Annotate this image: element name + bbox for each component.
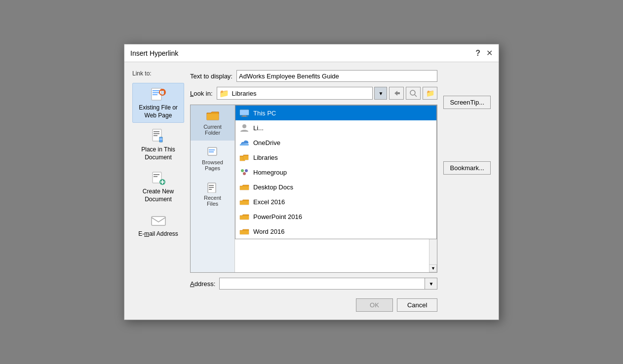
shortcut-browsed-pages[interactable]: BrowsedPages xyxy=(191,141,234,176)
libraries-icon xyxy=(239,152,249,162)
sidebar-item-label-email: E-mail Address xyxy=(138,230,178,238)
create-new-icon xyxy=(151,170,166,186)
right-buttons-column: ScreenTip... Bookmark... xyxy=(443,70,491,312)
sidebar-item-existing-file[interactable]: Existing File orWeb Page xyxy=(132,83,184,123)
title-bar-left: Insert Hyperlink xyxy=(130,49,178,57)
onedrive-icon xyxy=(239,138,249,147)
dropdown-item-ppt-2016[interactable]: PowerPoint 2016 xyxy=(235,209,436,224)
text-display-label: Text to display: xyxy=(190,73,233,80)
shortcut-label-current: CurrentFolder xyxy=(203,124,222,136)
svg-rect-26 xyxy=(241,116,248,117)
place-in-doc-icon xyxy=(151,128,166,144)
lookin-row: Look in: 📁 Libraries ▼ xyxy=(190,87,437,100)
sidebar-item-email[interactable]: E-mail Address xyxy=(132,209,184,242)
bookmark-button[interactable]: Bookmark... xyxy=(443,161,491,175)
new-folder-button[interactable]: 📁 xyxy=(423,87,437,100)
lookin-dropdown-button[interactable]: ▼ xyxy=(374,87,387,100)
dialog-body: Link to: Existing File orWeb Page xyxy=(124,62,499,320)
address-input[interactable] xyxy=(219,278,425,290)
dropdown-item-label-word-2016: Word 2016 xyxy=(253,228,284,235)
svg-point-32 xyxy=(241,169,244,172)
svg-line-15 xyxy=(415,95,417,97)
svg-point-27 xyxy=(242,124,246,128)
svg-rect-7 xyxy=(154,133,159,134)
dropdown-item-this-pc[interactable]: This PC xyxy=(235,106,436,120)
file-list-panel: This PC Li... xyxy=(235,105,437,272)
svg-rect-11 xyxy=(154,176,157,177)
address-row: Address: ▼ xyxy=(190,278,437,290)
cancel-button[interactable]: Cancel xyxy=(397,298,437,312)
help-button[interactable]: ? xyxy=(475,49,480,58)
text-display-row: Text to display: AdWorks Employee Benefi… xyxy=(190,70,437,82)
sidebar-item-place-in-doc[interactable]: Place in ThisDocument xyxy=(132,125,184,165)
sidebar-item-create-new[interactable]: Create NewDocument xyxy=(132,167,184,207)
bottom-buttons: OK Cancel xyxy=(190,294,437,312)
dropdown-item-libraries[interactable]: Libraries xyxy=(235,150,436,165)
excel-2016-icon xyxy=(239,197,249,207)
title-bar-controls: ? ✕ xyxy=(475,48,493,58)
svg-rect-25 xyxy=(242,115,246,116)
desktop-docs-icon xyxy=(239,182,249,192)
dropdown-item-excel-2016[interactable]: Excel 2016 xyxy=(235,194,436,209)
svg-point-33 xyxy=(245,169,248,172)
lookin-display[interactable]: 📁 Libraries xyxy=(217,87,373,100)
shortcut-current-folder[interactable]: CurrentFolder xyxy=(191,105,234,141)
lookin-folder-icon: 📁 xyxy=(219,89,229,98)
dropdown-item-label-desktop-docs: Desktop Docs xyxy=(253,183,293,191)
scroll-down-button[interactable]: ▼ xyxy=(429,264,437,272)
svg-rect-13 xyxy=(152,217,165,225)
existing-file-icon xyxy=(151,86,166,102)
svg-rect-8 xyxy=(154,135,157,136)
svg-rect-3 xyxy=(153,94,157,95)
new-folder-icon: 📁 xyxy=(426,89,434,97)
dropdown-item-label-excel-2016: Excel 2016 xyxy=(253,198,285,206)
close-button[interactable]: ✕ xyxy=(486,48,493,58)
dropdown-item-word-2016[interactable]: Word 2016 xyxy=(235,224,436,239)
address-dropdown-button[interactable]: ▼ xyxy=(425,278,437,290)
dropdown-item-desktop-docs[interactable]: Desktop Docs xyxy=(235,180,436,194)
word-2016-icon xyxy=(239,226,249,236)
ppt-2016-icon xyxy=(239,212,249,221)
back-button[interactable] xyxy=(389,87,404,100)
shortcut-label-recent: RecentFiles xyxy=(204,195,221,207)
lookin-dropdown-arrow: ▼ xyxy=(378,91,383,96)
address-wrapper: ▼ xyxy=(219,278,437,290)
sidebar: Link to: Existing File orWeb Page xyxy=(132,70,184,312)
dropdown-item-label-homegroup: Homegroup xyxy=(253,169,287,176)
svg-rect-24 xyxy=(240,110,249,115)
svg-rect-20 xyxy=(209,185,214,186)
text-display-input[interactable]: AdWorks Employee Benefits Guide xyxy=(236,70,437,82)
dropdown-item-label-libraries2: Li... xyxy=(253,124,264,132)
email-icon xyxy=(151,213,166,228)
screentip-button[interactable]: ScreenTip... xyxy=(443,96,491,109)
svg-point-14 xyxy=(410,90,415,95)
main-content: Text to display: AdWorks Employee Benefi… xyxy=(190,70,437,312)
dropdown-item-libraries2[interactable]: Li... xyxy=(235,120,436,135)
dropdown-item-label-ppt-2016: PowerPoint 2016 xyxy=(253,213,302,220)
insert-hyperlink-dialog: Insert Hyperlink ? ✕ Link to: xyxy=(124,44,499,320)
dropdown-item-homegroup[interactable]: Homegroup xyxy=(235,165,436,180)
svg-rect-2 xyxy=(153,92,159,93)
dropdown-item-label-libraries: Libraries xyxy=(253,154,278,161)
dropdown-item-onedrive[interactable]: OneDrive xyxy=(235,135,436,150)
dialog-title: Insert Hyperlink xyxy=(130,49,178,57)
svg-rect-17 xyxy=(209,149,215,150)
sidebar-item-label-existing: Existing File orWeb Page xyxy=(139,104,178,119)
sidebar-item-label-create: Create NewDocument xyxy=(143,188,174,203)
svg-rect-6 xyxy=(154,131,159,132)
svg-rect-31 xyxy=(243,156,248,160)
link-to-label: Link to: xyxy=(132,70,152,77)
svg-rect-10 xyxy=(154,174,159,175)
dropdown-list: This PC Li... xyxy=(235,105,437,239)
search-web-button[interactable] xyxy=(406,87,421,100)
folder-shortcuts: CurrentFolder BrowsedPages xyxy=(191,105,235,272)
libraries2-icon xyxy=(239,123,249,133)
browser-area: CurrentFolder BrowsedPages xyxy=(190,105,437,273)
svg-point-34 xyxy=(243,172,246,175)
homegroup-icon xyxy=(239,167,249,177)
shortcut-label-browsed: BrowsedPages xyxy=(202,159,223,171)
shortcut-recent-files[interactable]: RecentFiles xyxy=(191,176,234,212)
ok-button[interactable]: OK xyxy=(356,298,393,312)
address-dropdown-arrow: ▼ xyxy=(428,281,433,287)
this-pc-icon xyxy=(239,108,249,118)
